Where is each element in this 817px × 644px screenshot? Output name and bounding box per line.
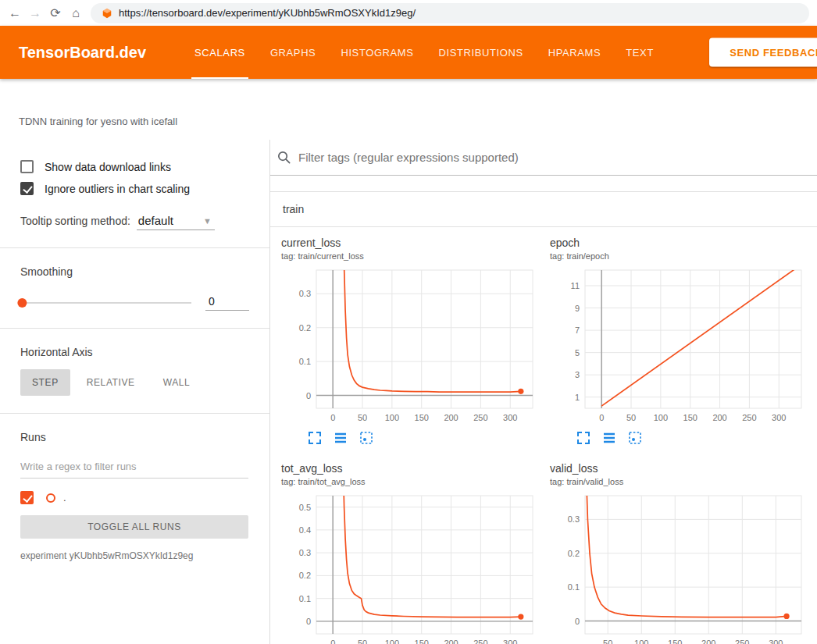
- tooltip-sorting-row: Tooltip sorting method: default ▼: [20, 214, 249, 230]
- chart-card-epoch: epoch tag: train/epoch 05010015020025030…: [539, 227, 808, 453]
- scalars-main: train current_loss tag: train/current_lo…: [270, 140, 817, 644]
- svg-text:200: 200: [701, 639, 715, 644]
- app-header: TensorBoard.dev SCALARS GRAPHS HISTOGRAM…: [0, 26, 817, 79]
- svg-text:0: 0: [330, 413, 335, 422]
- smoothing-label: Smoothing: [20, 265, 249, 278]
- line-chart[interactable]: 5010015020025030000.10.20.3: [550, 491, 808, 644]
- svg-text:200: 200: [444, 413, 458, 422]
- svg-text:100: 100: [385, 413, 399, 422]
- svg-text:50: 50: [358, 413, 367, 422]
- line-chart[interactable]: 05010015020025030000.10.20.30.40.5: [281, 491, 539, 644]
- filter-tags-input[interactable]: [298, 151, 808, 164]
- ignore-outliers-label: Ignore outliers in chart scaling: [45, 183, 190, 195]
- svg-text:100: 100: [385, 639, 399, 644]
- runs-label: Runs: [20, 431, 249, 443]
- run-checkbox-checked-icon[interactable]: [20, 491, 34, 504]
- tab-graphs[interactable]: GRAPHS: [258, 26, 329, 79]
- expand-chart-icon[interactable]: [308, 431, 322, 445]
- svg-text:5: 5: [575, 348, 580, 358]
- svg-text:0.1: 0.1: [299, 594, 311, 603]
- svg-text:150: 150: [668, 639, 682, 644]
- tag-group-header[interactable]: train: [270, 192, 817, 227]
- experiment-id-note: experiment yKUbhb5wRmOSXYkId1z9eg: [20, 550, 249, 561]
- smoothing-slider[interactable]: [20, 302, 191, 304]
- runs-list-icon[interactable]: [602, 431, 616, 445]
- expand-chart-icon[interactable]: [576, 431, 590, 445]
- svg-text:50: 50: [358, 639, 367, 644]
- svg-text:200: 200: [444, 639, 458, 644]
- svg-text:300: 300: [772, 413, 786, 422]
- svg-text:300: 300: [503, 639, 517, 644]
- svg-text:3: 3: [575, 370, 580, 379]
- home-icon[interactable]: ⌂: [66, 6, 86, 20]
- search-icon: [276, 150, 291, 165]
- chart-title: valid_loss: [550, 462, 808, 475]
- url-text: https://tensorboard.dev/experiment/yKUbh…: [119, 7, 416, 19]
- chart-tag: tag: train/valid_loss: [550, 477, 808, 486]
- chevron-down-icon: ▼: [203, 216, 212, 226]
- toggle-all-runs-button[interactable]: TOGGLE ALL RUNS: [20, 515, 248, 539]
- settings-sidebar: Show data download links Ignore outliers…: [0, 140, 270, 644]
- line-chart[interactable]: 05010015020025030000.10.20.3: [281, 265, 539, 428]
- tooltip-sorting-select[interactable]: default ▼: [137, 214, 215, 230]
- horizontal-axis-label: Horizontal Axis: [20, 346, 249, 358]
- fit-domain-icon[interactable]: [628, 431, 642, 445]
- send-feedback-button[interactable]: SEND FEEDBACK: [709, 38, 817, 67]
- slider-thumb[interactable]: [17, 298, 27, 308]
- svg-text:150: 150: [415, 413, 429, 422]
- fit-domain-icon[interactable]: [359, 431, 373, 445]
- chart-card-valid-loss: valid_loss tag: train/valid_loss 5010015…: [539, 453, 808, 644]
- run-name: .: [63, 492, 66, 503]
- svg-text:0: 0: [330, 639, 335, 644]
- show-download-links-checkbox-row[interactable]: Show data download links: [20, 160, 249, 173]
- tab-scalars[interactable]: SCALARS: [182, 26, 258, 79]
- tab-histograms[interactable]: HISTOGRAMS: [328, 26, 426, 79]
- chart-tag: tag: train/tot_avg_loss: [281, 477, 539, 486]
- back-icon[interactable]: ←: [5, 6, 25, 20]
- runs-list-icon[interactable]: [334, 431, 348, 445]
- svg-text:300: 300: [769, 639, 783, 644]
- forward-icon[interactable]: →: [25, 6, 45, 20]
- reload-icon[interactable]: ⟳: [45, 5, 66, 20]
- address-bar[interactable]: https://tensorboard.dev/experiment/yKUbh…: [91, 3, 809, 23]
- svg-text:9: 9: [575, 304, 580, 313]
- tooltip-sorting-value: default: [138, 214, 173, 227]
- smoothing-slider-row: 0: [20, 295, 249, 311]
- chart-tag: tag: train/current_loss: [281, 251, 539, 261]
- checkbox-unchecked-icon[interactable]: [20, 160, 34, 173]
- svg-text:150: 150: [683, 413, 697, 422]
- svg-text:50: 50: [626, 413, 636, 422]
- line-chart[interactable]: 0501001502002503001357911: [550, 265, 808, 428]
- svg-text:0.1: 0.1: [568, 582, 580, 592]
- tab-text[interactable]: TEXT: [613, 26, 666, 79]
- runs-filter-input[interactable]: [20, 456, 248, 479]
- svg-text:11: 11: [571, 281, 580, 290]
- charts-grid: current_loss tag: train/current_loss 050…: [270, 227, 817, 644]
- axis-step-button[interactable]: STEP: [20, 369, 70, 396]
- tag-group-card: train current_loss tag: train/current_lo…: [270, 191, 817, 644]
- ignore-outliers-checkbox-row[interactable]: Ignore outliers in chart scaling: [20, 182, 249, 195]
- browser-toolbar: ← → ⟳ ⌂ https://tensorboard.dev/experime…: [0, 0, 817, 26]
- svg-text:1: 1: [575, 393, 580, 402]
- tab-distributions[interactable]: DISTRIBUTIONS: [426, 26, 536, 79]
- svg-text:0.3: 0.3: [568, 514, 580, 524]
- divider: [0, 328, 269, 329]
- axis-wall-button[interactable]: WALL: [152, 369, 202, 396]
- svg-text:0.3: 0.3: [299, 548, 311, 557]
- smoothing-value-field[interactable]: 0: [205, 295, 249, 311]
- tooltip-sorting-label: Tooltip sorting method:: [20, 215, 130, 227]
- tab-hparams[interactable]: HPARAMS: [536, 26, 614, 79]
- chart-title: tot_avg_loss: [281, 462, 539, 475]
- svg-text:250: 250: [473, 413, 487, 422]
- svg-text:150: 150: [415, 639, 429, 644]
- svg-text:50: 50: [603, 639, 612, 644]
- svg-text:100: 100: [634, 639, 648, 644]
- run-color-circle-icon: [46, 493, 55, 503]
- svg-text:250: 250: [742, 413, 756, 422]
- svg-text:0.4: 0.4: [299, 525, 311, 535]
- chart-toolbar: [308, 431, 539, 445]
- experiment-title-strip: TDNN training for yesno with icefall: [0, 79, 817, 140]
- run-row[interactable]: .: [20, 491, 249, 504]
- axis-relative-button[interactable]: RELATIVE: [75, 369, 147, 396]
- checkbox-checked-icon[interactable]: [20, 182, 34, 195]
